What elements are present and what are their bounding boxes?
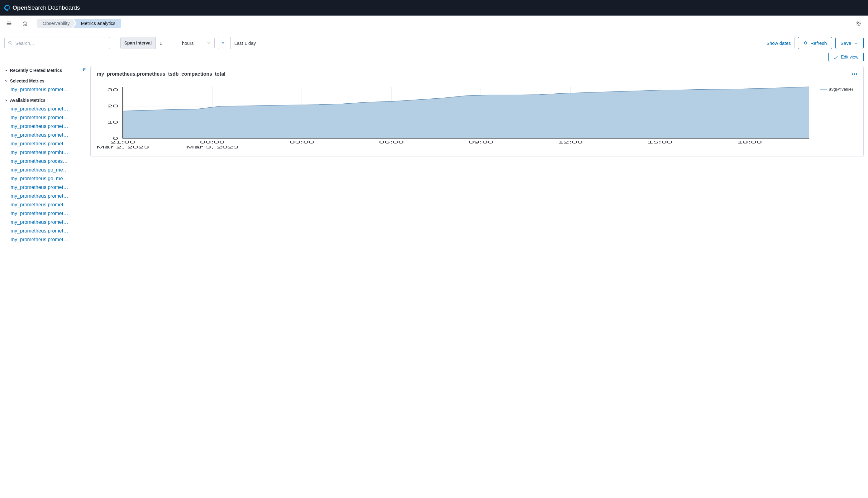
available-metric-item[interactable]: my_prometheus.proces… (4, 157, 85, 166)
available-metric-item[interactable]: my_prometheus.promet… (4, 192, 85, 200)
available-metric-item[interactable]: my_prometheus.promet… (4, 209, 85, 218)
date-range-text: Last 1 day (234, 40, 256, 46)
date-range-group: Last 1 day Show dates (218, 37, 795, 49)
span-unit-text: hours (182, 40, 194, 46)
date-range-display[interactable]: Last 1 day Show dates (231, 37, 794, 49)
svg-point-2 (9, 41, 11, 44)
svg-text:20: 20 (107, 104, 118, 108)
svg-rect-3 (222, 42, 224, 44)
refresh-icon (803, 41, 808, 45)
span-interval-value[interactable]: 1 (156, 37, 178, 49)
legend-swatch (820, 89, 827, 90)
available-metric-item[interactable]: my_prometheus.promet… (4, 140, 85, 148)
available-metric-item[interactable]: my_prometheus.go_me… (4, 166, 85, 174)
home-icon[interactable] (20, 18, 30, 29)
span-interval-group: Span Interval 1 hours (120, 37, 215, 49)
toolbar: Span Interval 1 hours Last 1 day Show da… (0, 31, 868, 52)
search-input-wrap[interactable] (4, 37, 110, 49)
panel-title: my_prometheus.prometheus_tsdb_compaction… (97, 71, 226, 77)
top-bar: OpenSearch Dashboards (0, 0, 868, 16)
logo-text-dash: Dashboards (48, 4, 80, 11)
available-metric-item[interactable]: my_prometheus.promht… (4, 148, 85, 157)
search-input[interactable] (15, 40, 107, 46)
svg-text:12:00: 12:00 (558, 140, 583, 144)
svg-text:Mar 3, 2023: Mar 3, 2023 (186, 145, 239, 149)
available-metric-item[interactable]: my_prometheus.promet… (4, 122, 85, 131)
selected-metrics-header[interactable]: Selected Metrics (4, 77, 85, 85)
available-metric-item[interactable]: my_prometheus.promet… (4, 105, 85, 113)
nav-row: Observability Metrics analytics (0, 16, 868, 31)
svg-point-0 (856, 21, 861, 26)
svg-text:09:00: 09:00 (469, 140, 493, 144)
opensearch-icon (4, 4, 11, 11)
available-metric-item[interactable]: my_prometheus.promet… (4, 113, 85, 122)
area-chart: 010203021:00Mar 2, 202300:00Mar 3, 20230… (97, 86, 812, 151)
refresh-button[interactable]: Refresh (798, 37, 832, 49)
nav-separator (17, 20, 17, 27)
hamburger-menu-icon[interactable] (4, 18, 14, 29)
available-metric-item[interactable]: my_prometheus.promet… (4, 131, 85, 140)
svg-text:30: 30 (107, 88, 118, 92)
available-metric-item[interactable]: my_prometheus.promet… (4, 218, 85, 226)
svg-text:Mar 2, 2023: Mar 2, 2023 (97, 145, 149, 149)
svg-text:03:00: 03:00 (290, 140, 314, 144)
legend-label: avg(@value) (829, 87, 853, 92)
edit-view-label: Edit view (841, 54, 858, 60)
logo-text-search: Search (28, 4, 47, 11)
span-interval-unit-select[interactable]: hours (178, 37, 214, 49)
chart-legend: avg(@value) (820, 86, 857, 151)
search-icon (8, 40, 13, 45)
edit-view-button[interactable]: Edit view (828, 52, 864, 62)
breadcrumb-observability[interactable]: Observability (37, 19, 75, 28)
save-label: Save (841, 40, 851, 46)
help-icon[interactable] (853, 18, 864, 29)
selected-metric-item[interactable]: my_prometheus.promet… (4, 85, 85, 94)
svg-text:21:00: 21:00 (110, 140, 135, 144)
breadcrumb-current: Metrics analytics (74, 19, 121, 28)
chevron-down-icon (4, 68, 8, 72)
collapse-sidebar-icon[interactable] (81, 67, 87, 73)
show-dates-link[interactable]: Show dates (766, 40, 791, 46)
breadcrumb: Observability Metrics analytics (37, 19, 121, 28)
svg-text:10: 10 (107, 120, 118, 124)
chevron-down-icon (4, 79, 8, 83)
svg-text:00:00: 00:00 (200, 140, 225, 144)
calendar-icon (222, 41, 224, 45)
svg-text:06:00: 06:00 (379, 140, 404, 144)
metrics-sidebar: Recently Created Metrics Selected Metric… (4, 66, 85, 246)
available-metric-item[interactable]: my_prometheus.promet… (4, 235, 85, 244)
chevron-down-icon (207, 41, 210, 45)
chevron-down-icon (225, 42, 227, 44)
chart-area: 010203021:00Mar 2, 202300:00Mar 3, 20230… (97, 86, 812, 151)
available-metrics-header[interactable]: Available Metrics (4, 96, 85, 105)
product-logo[interactable]: OpenSearch Dashboards (4, 4, 80, 11)
available-metrics-label: Available Metrics (10, 98, 46, 103)
save-button[interactable]: Save (835, 37, 864, 49)
chevron-down-icon (4, 99, 8, 102)
refresh-label: Refresh (810, 40, 827, 46)
available-metric-item[interactable]: my_prometheus.promet… (4, 226, 85, 235)
chart-panel: my_prometheus.prometheus_tsdb_compaction… (90, 66, 864, 157)
span-interval-label: Span Interval (120, 37, 156, 49)
quick-date-button[interactable] (218, 37, 231, 49)
available-metric-item[interactable]: my_prometheus.promet… (4, 200, 85, 209)
logo-text-open: Open (12, 4, 28, 11)
available-metric-item[interactable]: my_prometheus.promet… (4, 183, 85, 192)
svg-text:18:00: 18:00 (737, 140, 762, 144)
recent-metrics-header[interactable]: Recently Created Metrics (4, 66, 85, 75)
recent-metrics-label: Recently Created Metrics (10, 68, 62, 73)
available-metric-item[interactable]: my_prometheus.go_me… (4, 174, 85, 183)
pencil-icon (834, 55, 839, 60)
svg-text:15:00: 15:00 (648, 140, 672, 144)
chevron-down-icon (854, 41, 858, 45)
svg-point-1 (857, 23, 859, 24)
selected-metrics-label: Selected Metrics (10, 78, 44, 83)
panel-menu-icon[interactable] (852, 74, 857, 75)
